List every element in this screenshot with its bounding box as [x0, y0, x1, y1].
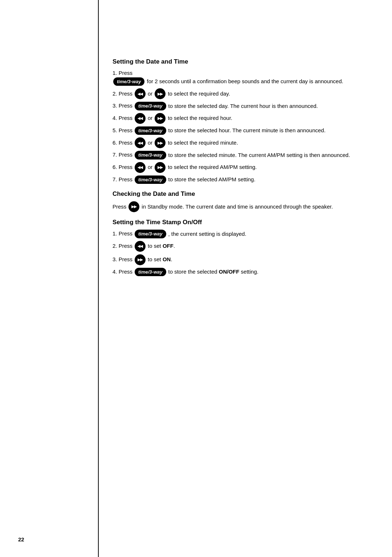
step-7b: 7. Press time/3-way to store the selecte… — [113, 175, 363, 184]
pill-button-3: time/3-way — [135, 102, 166, 110]
step-5-content: time/3-way to store the selected hour. T… — [134, 126, 326, 135]
ts-step-1: 1. Press time/3-way , the current settin… — [113, 230, 363, 238]
step-num-7: 7. Press — [113, 151, 132, 159]
arrow-right-2 — [155, 88, 166, 99]
arrow-right-4 — [155, 113, 166, 124]
step-1: 1. Press time/3-way for 2 seconds until … — [113, 69, 363, 86]
step-5: 5. Press time/3-way to store the selecte… — [113, 126, 363, 135]
ts-step-3: 3. Press to set ON. — [113, 254, 363, 265]
ts-step-2: 2. Press to set OFF. — [113, 241, 363, 252]
step-3-content: time/3-way to store the selected day. Th… — [134, 102, 318, 110]
arrow-right-6b — [155, 162, 166, 173]
arrow-right-6 — [155, 137, 166, 148]
arrow-left-6b — [135, 162, 146, 173]
arrow-left-6 — [135, 137, 146, 148]
ts-pill-4: time/3-way — [135, 268, 166, 277]
ts-arrow-left-2 — [135, 241, 146, 252]
arrow-left-4 — [135, 113, 146, 124]
arrow-left-2 — [135, 88, 146, 99]
step-3: 3. Press time/3-way to store the selecte… — [113, 102, 363, 110]
step-4-content: 4. Press or to select the required hour. — [113, 113, 232, 124]
section-title-date-time: Setting the Date and Time — [113, 58, 363, 65]
pill-button-7: time/3-way — [135, 151, 166, 160]
step-num-3: 3. Press — [113, 102, 132, 110]
step-2: 2. Press or to select the required day. — [113, 88, 363, 99]
ts-step-num-4: 4. Press — [113, 268, 132, 276]
page-number: 22 — [18, 536, 24, 542]
step-2-content: 2. Press or to select the required day. — [113, 88, 230, 99]
ts-pill-1: time/3-way — [135, 230, 166, 238]
section-title-checking: Checking the Date and Time — [113, 190, 363, 198]
arrow-right-check — [128, 201, 139, 212]
step-7-content: time/3-way to store the selected minute.… — [134, 151, 350, 160]
section-title-timestamp: Setting the Time Stamp On/Off — [113, 219, 363, 226]
left-border — [98, 0, 99, 557]
checking-paragraph: Press in Standby mode. The current date … — [113, 201, 363, 212]
step-6b-content: 6. Press or to select the required AM/PM… — [113, 162, 257, 173]
pill-button-7b: time/3-way — [135, 175, 166, 184]
pill-button-1: time/3-way — [113, 77, 144, 86]
step-7: 7. Press time/3-way to store the selecte… — [113, 151, 363, 160]
ts-step-num-1: 1. Press — [113, 230, 132, 238]
timestamp-steps: 1. Press time/3-way , the current settin… — [113, 230, 363, 276]
date-time-steps: 1. Press time/3-way for 2 seconds until … — [113, 69, 363, 184]
step-7b-content: time/3-way to store the selected AM/PM s… — [134, 175, 256, 184]
ts-step-1-content: time/3-way , the current setting is disp… — [134, 230, 246, 238]
step-6-content: 6. Press or to select the required minut… — [113, 137, 238, 148]
section-checking-date-time: Checking the Date and Time Press in Stan… — [113, 190, 363, 212]
step-num-7b: 7. Press — [113, 175, 132, 184]
page: Setting the Date and Time 1. Press time/… — [0, 0, 392, 557]
ts-step-4: 4. Press time/3-way to store the selecte… — [113, 268, 363, 277]
ts-arrow-right-3 — [135, 254, 146, 265]
section-setting-date-time: Setting the Date and Time 1. Press time/… — [113, 58, 363, 184]
ts-step-2-content: 2. Press to set OFF. — [113, 241, 175, 252]
step-num-5: 5. Press — [113, 126, 132, 135]
section-time-stamp: Setting the Time Stamp On/Off 1. Press t… — [113, 219, 363, 276]
step-num-1: 1. Press — [113, 69, 132, 77]
ts-step-3-content: 3. Press to set ON. — [113, 254, 172, 265]
ts-step-4-content: time/3-way to store the selected ON/OFF … — [134, 268, 258, 277]
pill-button-5: time/3-way — [135, 126, 166, 135]
step-6: 6. Press or to select the required minut… — [113, 137, 363, 148]
step-4: 4. Press or to select the required hour. — [113, 113, 363, 124]
content: Setting the Date and Time 1. Press time/… — [113, 29, 363, 276]
step-6b: 6. Press or to select the required AM/PM… — [113, 162, 363, 173]
step-1-content: time/3-way for 2 seconds until a confirm… — [113, 77, 343, 86]
